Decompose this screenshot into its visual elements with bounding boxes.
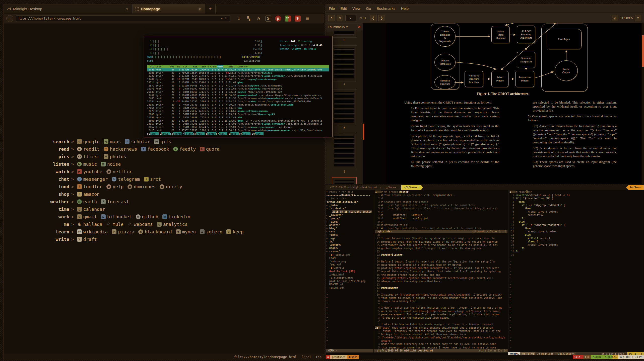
thumbnail-page-5[interactable]: 5 <box>332 89 357 130</box>
reload-icon[interactable]: ↻ <box>224 17 228 20</box>
fkey-F3[interactable]: F3Search <box>170 132 182 135</box>
fkey-F8[interactable]: F8Nice + <box>227 132 239 135</box>
homepage-link-reddit[interactable]: ◉reddit <box>77 146 100 152</box>
prev-page-button[interactable]: ∧ <box>328 15 335 21</box>
nerdtree-pane[interactable]: " Press ? for help----------Bookmarks---… <box>326 190 373 346</box>
zoom-target-icon[interactable]: ◎ <box>612 15 618 21</box>
thumbnail-image[interactable] <box>332 177 357 184</box>
homepage-link-gmail[interactable]: ggmail <box>77 214 97 219</box>
menu-edit[interactable]: Edit <box>340 6 347 11</box>
homepage-link-photos[interactable]: ✣photos <box>104 154 126 159</box>
fkey-F7[interactable]: F7Nice - <box>216 132 228 135</box>
buffer-tab[interactable]: ~/b/invert <box>401 185 423 190</box>
homepage-link-facebook[interactable]: ffacebook <box>141 146 169 152</box>
homepage-link-blackboard[interactable]: ◉blackboard <box>138 229 172 234</box>
download-icon[interactable]: ↓ <box>236 16 242 22</box>
url-dropdown-icon[interactable]: ▾ <box>220 17 224 20</box>
buffer-tab[interactable]: .g/index <box>382 185 399 190</box>
homepage-link-quora[interactable]: Qquora <box>200 146 220 152</box>
asterisk-addon-icon[interactable]: ✱ <box>295 16 301 22</box>
homepage-link-piazza[interactable]: Ppiazza <box>112 229 134 234</box>
fkey-F1[interactable]: F1Help <box>147 132 159 135</box>
mu-addon-icon[interactable]: μ <box>275 16 281 22</box>
homepage-link-drizly[interactable]: ●drizly <box>160 184 182 189</box>
homepage-link-messenger[interactable]: ϟmessenger <box>77 176 108 182</box>
menu-icon[interactable]: ☰ <box>304 16 310 22</box>
menu-file[interactable]: File <box>329 6 335 11</box>
pdf-main-view[interactable]: Theme Domains & Keywords Phrase Template… <box>363 23 644 184</box>
page-number-input[interactable]: 7 <box>345 15 356 21</box>
thumbnail-image[interactable] <box>332 45 357 81</box>
homepage-link-flickr[interactable]: ••flickr <box>77 154 100 159</box>
homepage-link-keep[interactable]: gkeep <box>226 229 243 234</box>
addon-puzzle-icon[interactable]: ▚ <box>246 16 252 22</box>
homepage-link-amazon[interactable]: aamazon <box>77 192 100 197</box>
fkey-F9[interactable]: F9Kill <box>239 132 250 135</box>
tab-midnight-desktop[interactable]: Midnight Desktop x <box>4 4 132 14</box>
homepage-link-yelp[interactable]: ●yelp <box>106 184 123 189</box>
thumbnail-page-6[interactable]: 6 <box>332 133 357 173</box>
homepage-link-scholar[interactable]: sscholar <box>125 139 150 144</box>
homepage-link-youtube[interactable]: ▶youtube <box>77 169 102 174</box>
homepage-link-draft[interactable]: ✎draft <box>77 237 97 242</box>
homepage-link-forecast[interactable]: Fforecast <box>101 199 129 204</box>
menu-go[interactable]: Go <box>366 6 371 11</box>
next-page-button[interactable]: ∨ <box>337 15 343 21</box>
homepage-link-bitbucket[interactable]: ⊔bitbucket <box>101 214 132 219</box>
htop-function-keys[interactable]: F1Help F2Setup F3SearchF4FilterF5Tree F6… <box>147 132 329 135</box>
homepage-link-github[interactable]: ◉github <box>136 214 158 219</box>
calendar-badge-icon[interactable]: 21 <box>285 16 291 22</box>
buffer-tab[interactable]: _/2015-05-28-midnight-desktop.md <box>326 185 379 190</box>
thumbnail-page-4[interactable]: 4 <box>332 45 357 86</box>
homepage-link-zotero[interactable]: Zzotero <box>200 229 222 234</box>
history-back-button[interactable]: ❮ <box>370 15 376 21</box>
process-table[interactable]: 1340 root 20 0 2375M 2012M 275M S 0.0 25… <box>147 68 329 132</box>
thumbnail-image[interactable] <box>332 89 357 125</box>
homepage-link-linkedin[interactable]: inlinkedin <box>162 214 190 219</box>
fkey-F6[interactable]: F6SortBy <box>205 132 216 135</box>
homepage-link-feedly[interactable]: ◈feedly <box>173 146 196 152</box>
homepage-link-google[interactable]: ggoogle <box>77 139 100 144</box>
menu-help[interactable]: Help <box>401 6 409 11</box>
homepage-link-wikipedia[interactable]: Wwikipedia <box>77 229 108 234</box>
homepage-link-music[interactable]: ▶music <box>77 161 97 167</box>
homepage-link-foodler[interactable]: ffoodler <box>77 184 102 189</box>
pdf-scrollbar-thumb[interactable] <box>642 35 644 67</box>
homepage-link-srct[interactable]: ssrct <box>144 176 161 182</box>
fkey-F4[interactable]: F4Filter <box>181 132 193 135</box>
homepage-link-maps[interactable]: gmaps <box>104 139 121 144</box>
homepage-link-calendar[interactable]: gcalendar <box>77 207 105 212</box>
back-button[interactable]: ← <box>6 15 13 22</box>
pdf-scrollbar-track[interactable] <box>642 23 644 184</box>
invert-script-buffer[interactable]: 1 #!/bin/bash 1 inverted=$(xcalib -a -p … <box>508 190 644 349</box>
homepage-link-webcams[interactable]: ♘webcams <box>127 222 153 227</box>
left-scroll-indicator[interactable] <box>363 124 364 140</box>
markdown-buffer[interactable]: 28 27 I tend to use Linux (Ubuntu) on my… <box>375 233 507 349</box>
url-bar[interactable]: file:///home/tyler/homepage.html ▾ ↻ <box>16 15 230 22</box>
s-addon-icon[interactable]: S <box>265 16 271 22</box>
homepage-link-gifs[interactable]: ▤gifs <box>154 139 171 144</box>
fkey-F10[interactable]: F10Quit <box>250 132 264 135</box>
tab-homepage[interactable]: Homepage x <box>132 4 205 14</box>
git-commit-buffer[interactable]: 1 # On branch master 1 # Your branch is … <box>375 190 507 230</box>
homepage-link-earth[interactable]: ◍earth <box>77 199 97 204</box>
sidebar-close-icon[interactable]: ✕ <box>358 25 361 29</box>
thumbnail-page-7[interactable] <box>332 177 357 184</box>
homepage-link-hallada[interactable]: ♞hallada <box>77 222 102 227</box>
homepage-link-mule[interactable]: ♘mule <box>106 222 123 227</box>
homepage-link-noise[interactable]: ▦noise <box>101 161 121 167</box>
history-clock-icon[interactable]: ◔ <box>255 16 262 22</box>
zoom-dropdown-icon[interactable]: ▾ <box>635 15 641 21</box>
tab-close-icon[interactable]: x <box>198 7 202 11</box>
homepage-link-myneu[interactable]: ✾myneu <box>176 229 196 234</box>
homepage-link-analytics[interactable]: ganalytics <box>157 222 188 227</box>
menu-view[interactable]: View <box>352 6 360 11</box>
homepage-link-hackernews[interactable]: Yhackernews <box>104 146 137 152</box>
thumbnail-header[interactable]: Thumbnails ▾ ✕ <box>326 23 363 31</box>
fkey-F2[interactable]: F2Setup <box>159 132 170 135</box>
zoom-level[interactable]: 116.89% <box>620 16 633 20</box>
htop-column-header[interactable]: PID USER PRI NI VIRT RES SHR S CPU% MEM%… <box>147 65 329 68</box>
menu-bookmarks[interactable]: Bookmarks <box>376 6 395 11</box>
thumbnail-image[interactable] <box>332 133 357 169</box>
homepage-link-telegram[interactable]: ➤telegram <box>112 176 140 182</box>
